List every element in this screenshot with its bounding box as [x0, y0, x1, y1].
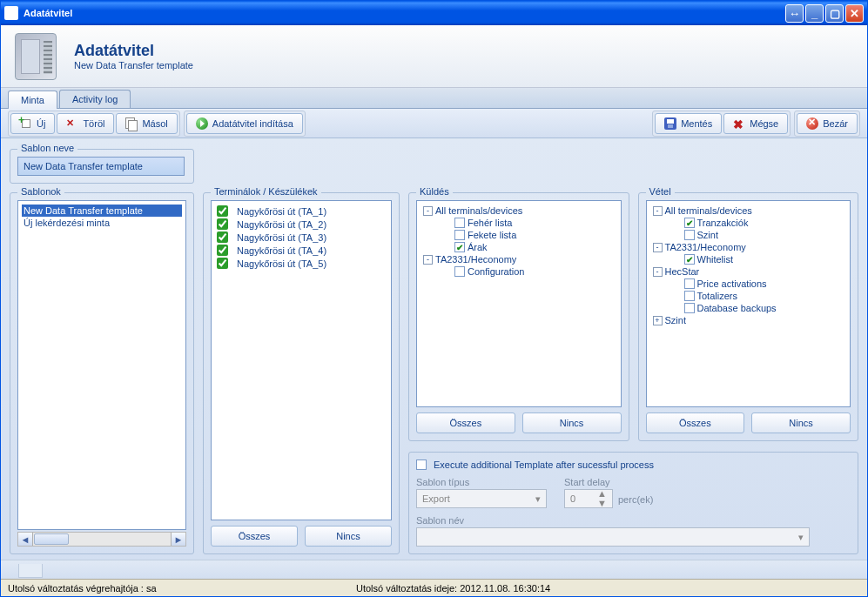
terminal-checkbox[interactable] — [217, 245, 228, 256]
templates-fieldset: Sablonok New Data Transfer templateÚj le… — [10, 192, 194, 554]
tree-row[interactable]: -All terminals/devices — [650, 205, 847, 217]
tree-row[interactable]: -TA2331/Heconomy — [421, 253, 617, 265]
tree-row[interactable]: Árak — [421, 241, 617, 253]
templates-hscrollbar[interactable]: ◄ ► — [17, 532, 186, 547]
new-button-label: Új — [37, 118, 45, 129]
tree-row[interactable]: Price activations — [650, 278, 847, 290]
maximize-button[interactable]: ▢ — [825, 4, 844, 23]
send-all-button[interactable]: Összes — [416, 413, 515, 433]
tree-row[interactable]: Whitelist — [650, 253, 847, 265]
minimize-button[interactable]: _ — [805, 4, 824, 23]
start-button-label: Adatátvitel indítása — [212, 118, 293, 129]
start-transfer-button[interactable]: Adatátvitel indítása — [186, 113, 303, 134]
terminals-legend: Terminálok / Készülékek — [211, 186, 321, 197]
tree-row[interactable]: Tranzakciók — [650, 217, 847, 229]
tree-checkbox[interactable] — [684, 254, 695, 265]
tree-row[interactable]: -HecStar — [650, 265, 847, 278]
tree-checkbox[interactable] — [454, 242, 465, 252]
collapse-icon[interactable]: - — [653, 267, 663, 277]
template-name-fieldset: Sablon neve New Data Transfer template — [10, 149, 194, 184]
tree-row[interactable]: -All terminals/devices — [421, 205, 617, 217]
terminal-checkbox[interactable] — [217, 218, 228, 230]
collapse-icon[interactable]: - — [423, 255, 433, 265]
close-window-button[interactable]: ✕ — [845, 4, 864, 23]
tree-checkbox[interactable] — [684, 291, 695, 301]
scroll-thumb[interactable] — [34, 533, 69, 545]
expand-icon[interactable]: + — [653, 316, 663, 325]
tree-checkbox[interactable] — [684, 278, 695, 289]
cancel-button[interactable]: Mégse — [723, 113, 788, 134]
receive-none-button[interactable]: Nincs — [751, 413, 851, 433]
run-icon — [196, 117, 208, 130]
template-type-value: Export — [422, 493, 450, 504]
tree-checkbox[interactable] — [684, 230, 695, 240]
tree-checkbox[interactable] — [684, 303, 695, 313]
terminals-all-button[interactable]: Összes — [211, 526, 298, 547]
receive-tree[interactable]: -All terminals/devicesTranzakciókSzint-T… — [646, 200, 851, 407]
tree-checkbox[interactable] — [454, 266, 465, 277]
tree-row[interactable]: Fehér lista — [421, 217, 617, 229]
page-header: Adatátvitel New Data Transfer template — [1, 25, 867, 88]
collapse-icon[interactable]: - — [653, 243, 663, 252]
template-name-input[interactable]: New Data Transfer template — [17, 157, 185, 176]
terminal-item[interactable]: Nagykőrösi út (TA_3) — [215, 231, 387, 244]
copy-button[interactable]: Másol — [116, 113, 177, 134]
receive-all-button[interactable]: Összes — [646, 413, 745, 433]
spinner-icon[interactable]: ▲▼ — [597, 489, 607, 508]
tab-activity-log[interactable]: Activity log — [59, 90, 131, 108]
bottom-tab-stub[interactable] — [18, 564, 43, 578]
tree-label: All terminals/devices — [435, 205, 522, 216]
save-button[interactable]: Mentés — [655, 113, 722, 134]
tree-row[interactable]: Totalizers — [650, 290, 847, 302]
list-item[interactable]: New Data Transfer template — [22, 205, 182, 217]
terminals-none-button[interactable]: Nincs — [305, 526, 392, 547]
terminals-listbox[interactable]: Nagykőrösi út (TA_1)Nagykőrösi út (TA_2)… — [211, 200, 392, 520]
tree-row[interactable]: Database backups — [650, 302, 847, 314]
tree-row[interactable]: Configuration — [421, 265, 617, 278]
tree-checkbox[interactable] — [684, 218, 695, 228]
start-delay-input[interactable]: 0 ▲▼ — [564, 489, 613, 508]
tree-label: Whitelist — [697, 254, 734, 265]
terminals-fieldset: Terminálok / Készülékek Nagykőrösi út (T… — [203, 192, 400, 554]
toolbar-group-save: Mentés Mégse — [652, 111, 791, 137]
columns: Sablonok New Data Transfer templateÚj le… — [10, 187, 858, 554]
receive-legend: Vétel — [646, 186, 675, 197]
send-none-button[interactable]: Nincs — [522, 413, 622, 433]
delete-button[interactable]: Töröl — [57, 113, 114, 134]
terminal-label: Nagykőrösi út (TA_4) — [237, 245, 326, 256]
new-button[interactable]: Új — [10, 113, 55, 134]
terminal-item[interactable]: Nagykőrösi út (TA_1) — [215, 205, 387, 218]
collapse-icon[interactable]: - — [653, 206, 663, 216]
copy-icon — [125, 117, 138, 130]
terminal-checkbox[interactable] — [217, 258, 228, 269]
extra-template-name-select[interactable]: ▾ — [416, 527, 810, 547]
list-item[interactable]: Új lekérdezési minta — [22, 217, 182, 229]
send-tree[interactable]: -All terminals/devicesFehér listaFekete … — [416, 200, 622, 407]
execute-additional-checkbox[interactable] — [416, 459, 427, 470]
template-name-col: Sablon név ▾ — [416, 515, 851, 547]
tree-row[interactable]: Fekete lista — [421, 229, 617, 241]
terminal-item[interactable]: Nagykőrösi út (TA_5) — [215, 257, 387, 270]
copy-button-label: Másol — [142, 118, 167, 129]
scroll-left-icon[interactable]: ◄ — [18, 533, 33, 546]
page-title: Adatátvitel — [74, 42, 193, 60]
tree-row[interactable]: Szint — [650, 229, 847, 241]
tree-checkbox[interactable] — [454, 218, 465, 228]
templates-listbox[interactable]: New Data Transfer templateÚj lekérdezési… — [17, 200, 186, 530]
tree-checkbox[interactable] — [454, 230, 465, 240]
template-type-select[interactable]: Export ▾ — [416, 489, 547, 508]
terminal-checkbox[interactable] — [217, 205, 228, 217]
tree-label: Fehér lista — [468, 218, 512, 228]
terminal-label: Nagykőrösi út (TA_3) — [237, 232, 326, 243]
terminal-item[interactable]: Nagykőrösi út (TA_4) — [215, 244, 387, 257]
close-button[interactable]: Bezár — [797, 113, 858, 134]
tab-sample[interactable]: Minta — [8, 91, 57, 109]
terminal-item[interactable]: Nagykőrösi út (TA_2) — [215, 218, 387, 231]
tree-row[interactable]: -TA2331/Heconomy — [650, 241, 847, 253]
collapse-icon[interactable]: - — [423, 206, 433, 216]
terminal-checkbox[interactable] — [217, 231, 228, 243]
tree-row[interactable]: +Szint — [650, 314, 847, 326]
restore-button[interactable]: ↔ — [785, 4, 804, 23]
chevron-down-icon: ▾ — [535, 493, 541, 505]
scroll-right-icon[interactable]: ► — [171, 533, 185, 546]
